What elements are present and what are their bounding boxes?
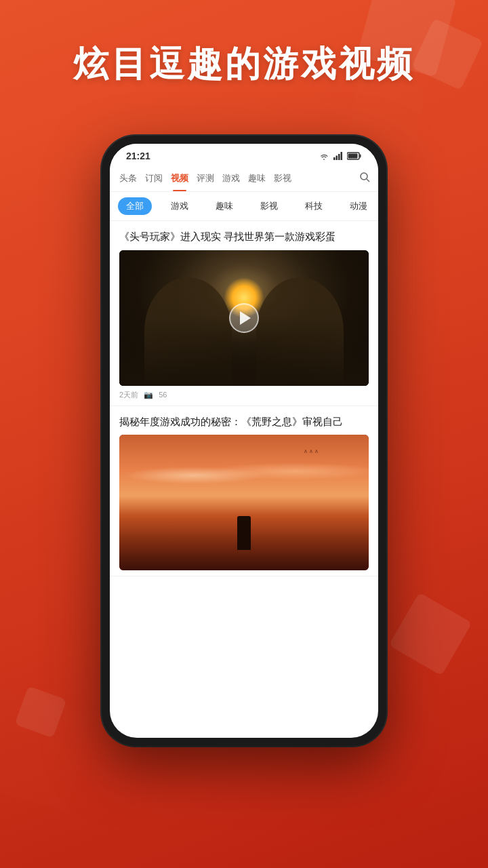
zelda-sky-bg: ∧ ∧ ∧ [119,435,369,570]
article-1[interactable]: 《头号玩家》进入现实 寻找世界第一款游戏彩蛋 2天前 [110,221,378,406]
svg-rect-6 [348,154,358,159]
zelda-birds: ∧ ∧ ∧ [304,448,319,454]
tab-movies[interactable]: 影视 [272,170,293,187]
phone-mockup: 21:21 [102,136,386,746]
nav-tabs: 头条 订阅 视频 评测 游戏 趣味 影视 [110,165,378,192]
article-2[interactable]: 揭秘年度游戏成功的秘密：《荒野之息》审视自己 ∧ ∧ ∧ [110,406,378,577]
wifi-icon [319,152,329,160]
svg-point-7 [361,173,367,180]
battery-icon [347,152,362,160]
svg-line-8 [367,179,369,182]
svg-rect-0 [333,157,336,160]
cat-all[interactable]: 全部 [118,197,152,215]
tab-review[interactable]: 评测 [195,170,216,187]
tab-fun[interactable]: 趣味 [247,170,267,187]
tab-headlines[interactable]: 头条 [118,170,138,187]
tab-games[interactable]: 游戏 [221,170,241,187]
article-1-time: 2天前 [119,390,138,400]
status-time: 21:21 [126,151,150,161]
article-2-image[interactable]: ∧ ∧ ∧ [119,435,369,570]
play-icon [240,311,251,325]
article-1-count: 56 [159,391,167,399]
search-button[interactable] [359,172,370,185]
content-area: 《头号玩家》进入现实 寻找世界第一款游戏彩蛋 2天前 [110,221,378,576]
page-title: 炫目逗趣的游戏视频 [0,41,488,88]
category-bar: 全部 游戏 趣味 影视 科技 动漫 [110,192,378,221]
cat-movies[interactable]: 影视 [252,197,286,215]
zelda-figure [237,516,251,550]
article-1-meta: 2天前 📷 56 [119,386,369,400]
cat-tech[interactable]: 科技 [297,197,331,215]
cat-anime[interactable]: 动漫 [342,197,375,215]
article-1-title: 《头号玩家》进入现实 寻找世界第一款游戏彩蛋 [119,229,369,245]
article-1-camera-icon: 📷 [144,391,153,399]
play-button[interactable] [229,303,259,333]
status-bar: 21:21 [110,144,378,165]
status-icons [319,152,362,160]
svg-rect-3 [341,152,343,160]
svg-rect-1 [336,156,338,161]
phone-frame: 21:21 [102,136,386,746]
zelda-clouds [119,455,369,496]
tab-subscribe[interactable]: 订阅 [144,170,164,187]
svg-rect-2 [338,154,340,160]
svg-rect-5 [360,155,361,158]
tab-video[interactable]: 视频 [169,170,190,187]
article-1-image[interactable] [119,250,369,386]
cat-fun[interactable]: 趣味 [207,197,241,215]
cat-games[interactable]: 游戏 [163,197,197,215]
signal-icon [333,152,343,160]
article-2-title: 揭秘年度游戏成功的秘密：《荒野之息》审视自己 [119,414,369,430]
phone-screen: 21:21 [110,144,378,738]
